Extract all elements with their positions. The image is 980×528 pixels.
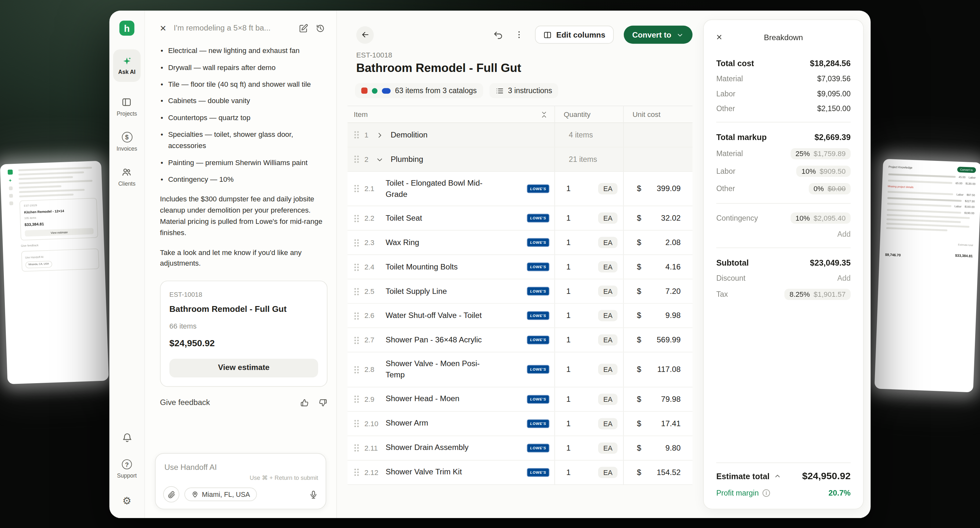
drag-handle-icon[interactable]	[354, 155, 360, 164]
unit-cost-value[interactable]: 117.08	[657, 365, 681, 374]
unit-cost-value[interactable]: 79.98	[661, 395, 681, 403]
unit-chip[interactable]: EA	[598, 183, 618, 194]
table-row[interactable]: 2.6Water Shut-off Valve - ToiletLOWE'S 1…	[348, 304, 692, 328]
unit-chip[interactable]: EA	[598, 310, 618, 321]
table-row[interactable]: 2.3Wax RingLOWE'S 1EA $2.08	[348, 231, 692, 255]
edit-columns-button[interactable]: Edit columns	[535, 26, 614, 44]
more-options-button[interactable]	[514, 30, 523, 39]
unit-chip[interactable]: EA	[598, 467, 618, 478]
quantity-value[interactable]: 1	[566, 287, 571, 296]
unit-cost-value[interactable]: 17.41	[661, 419, 681, 428]
labor-markup-field[interactable]: 10%$909.50	[797, 166, 851, 177]
quantity-value[interactable]: 1	[566, 444, 571, 452]
sidebar-item-invoices[interactable]: $ Invoices	[116, 132, 137, 152]
unit-chip[interactable]: EA	[598, 213, 618, 224]
unit-cost-value[interactable]: 9.80	[665, 444, 681, 452]
unit-cost-value[interactable]: 154.52	[657, 468, 681, 476]
quantity-value[interactable]: 1	[566, 238, 571, 247]
unit-chip[interactable]: EA	[598, 418, 618, 429]
table-row[interactable]: 2.11Shower Drain AssemblyLOWE'S 1EA $9.8…	[348, 436, 692, 460]
close-chat-icon[interactable]: ×	[160, 23, 166, 33]
table-row[interactable]: 2.9Shower Head - MoenLOWE'S 1EA $79.98	[348, 387, 692, 412]
drag-handle-icon[interactable]	[354, 395, 360, 403]
undo-button[interactable]	[493, 30, 503, 40]
quantity-value[interactable]: 1	[566, 311, 571, 320]
table-row[interactable]: 2.2Toilet SeatLOWE'S 1EA $32.02	[348, 207, 692, 231]
drag-handle-icon[interactable]	[354, 184, 360, 193]
collapse-all-button[interactable]	[540, 110, 548, 118]
unit-chip[interactable]: EA	[598, 286, 618, 297]
estimate-preview-card[interactable]: EST-10018 Bathroom Remodel - Full Gut 66…	[160, 281, 327, 387]
location-chip[interactable]: Miami, FL, USA	[185, 488, 257, 501]
group-row-plumbing[interactable]: 2 Plumbing 21 items	[348, 148, 692, 172]
edit-thread-button[interactable]	[299, 24, 308, 33]
settings-button[interactable]: ⚙	[123, 495, 131, 507]
thumbs-down-button[interactable]	[318, 398, 327, 407]
drag-handle-icon[interactable]	[354, 468, 360, 476]
drag-handle-icon[interactable]	[354, 238, 360, 247]
unit-chip[interactable]: EA	[598, 442, 618, 453]
quantity-value[interactable]: 1	[566, 365, 571, 374]
expand-group-button[interactable]	[375, 131, 391, 139]
tax-field[interactable]: 8.25%$1,901.57	[784, 289, 851, 300]
chat-composer[interactable]: Use ⌘ + Return to submit Miami, FL, USA	[155, 453, 326, 509]
table-row[interactable]: 2.7Shower Pan - 36×48 AcrylicLOWE'S 1EA …	[348, 328, 692, 353]
table-row[interactable]: 2.10Shower ArmLOWE'S 1EA $17.41	[348, 412, 692, 436]
unit-chip[interactable]: EA	[598, 393, 618, 405]
quantity-value[interactable]: 1	[566, 184, 571, 193]
drag-handle-icon[interactable]	[354, 131, 360, 139]
quantity-value[interactable]: 1	[566, 419, 571, 428]
unit-chip[interactable]: EA	[598, 334, 618, 345]
table-row[interactable]: 2.1Toilet - Elongated Bowl Mid-GradeLOWE…	[348, 172, 692, 207]
sidebar-item-ask-ai[interactable]: Ask AI	[113, 49, 141, 82]
info-icon[interactable]: i	[762, 490, 770, 497]
contingency-field[interactable]: 10%$2,095.40	[791, 213, 851, 224]
notifications-button[interactable]	[121, 432, 132, 443]
quantity-value[interactable]: 1	[566, 214, 571, 223]
drag-handle-icon[interactable]	[354, 287, 360, 296]
drag-handle-icon[interactable]	[354, 263, 360, 271]
view-estimate-button[interactable]: View estimate	[169, 358, 318, 377]
thumbs-up-button[interactable]	[300, 398, 309, 407]
unit-cost-value[interactable]: 399.09	[657, 184, 681, 193]
material-markup-field[interactable]: 25%$1,759.89	[791, 148, 851, 159]
table-row[interactable]: 2.4Toilet Mounting BoltsLOWE'S 1EA $4.16	[348, 255, 692, 280]
drag-handle-icon[interactable]	[354, 366, 360, 374]
sidebar-item-clients[interactable]: Clients	[118, 167, 135, 187]
history-button[interactable]	[316, 24, 325, 33]
unit-chip[interactable]: EA	[598, 261, 618, 273]
quantity-value[interactable]: 1	[566, 395, 571, 403]
quantity-value[interactable]: 1	[566, 336, 571, 344]
instructions-badge[interactable]: 3 instructions	[489, 83, 558, 98]
catalogs-badge[interactable]: 63 items from 3 catalogs	[355, 83, 483, 98]
unit-cost-value[interactable]: 569.99	[657, 336, 681, 344]
unit-chip[interactable]: EA	[598, 364, 618, 375]
handoff-logo[interactable]: h	[119, 21, 135, 36]
add-discount-button[interactable]: Add	[837, 274, 851, 282]
convert-to-button[interactable]: Convert to	[624, 26, 692, 44]
unit-cost-value[interactable]: 9.98	[665, 311, 681, 320]
other-markup-field[interactable]: 0%$0.00	[808, 183, 851, 194]
close-breakdown-icon[interactable]: ×	[716, 32, 722, 42]
microphone-button[interactable]	[309, 490, 318, 499]
attach-button[interactable]	[163, 486, 180, 503]
collapse-group-button[interactable]	[375, 156, 391, 164]
add-markup-button[interactable]: Add	[837, 230, 851, 239]
unit-cost-value[interactable]: 4.16	[665, 263, 681, 271]
chat-input[interactable]	[163, 463, 318, 472]
collapse-totals-button[interactable]	[774, 472, 781, 480]
quantity-value[interactable]: 1	[566, 263, 571, 271]
table-row[interactable]: 2.8Shower Valve - Moen Posi-TempLOWE'S 1…	[348, 353, 692, 387]
group-row-demolition[interactable]: 1 Demolition 4 items	[348, 123, 692, 148]
unit-cost-value[interactable]: 32.02	[661, 214, 681, 223]
sidebar-item-projects[interactable]: Projects	[116, 97, 137, 117]
quantity-value[interactable]: 1	[566, 468, 571, 476]
unit-chip[interactable]: EA	[598, 237, 618, 248]
unit-cost-value[interactable]: 2.08	[665, 238, 681, 247]
drag-handle-icon[interactable]	[354, 336, 360, 344]
drag-handle-icon[interactable]	[354, 419, 360, 428]
sidebar-item-support[interactable]: ? Support	[117, 459, 137, 479]
table-row[interactable]: 2.5Toilet Supply LineLOWE'S 1EA $7.20	[348, 280, 692, 304]
back-button[interactable]	[356, 26, 374, 43]
drag-handle-icon[interactable]	[354, 312, 360, 320]
